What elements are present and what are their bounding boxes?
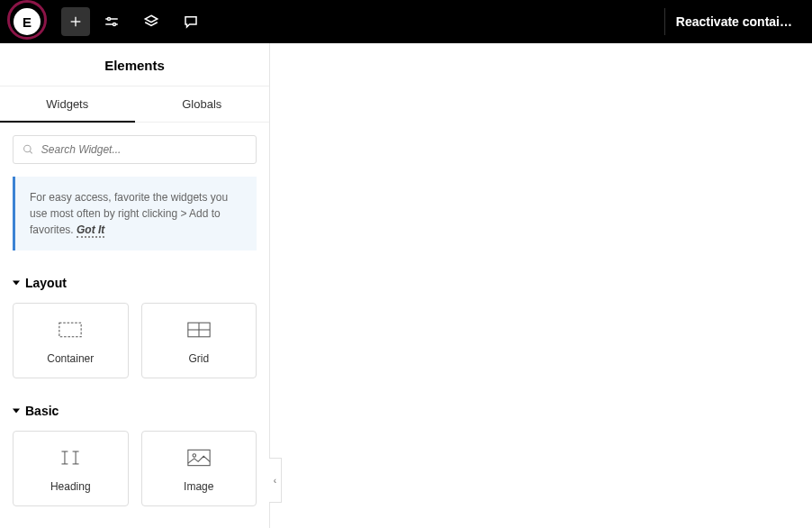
svg-rect-10 <box>59 323 81 337</box>
caret-down-icon <box>13 407 20 414</box>
svg-marker-9 <box>13 281 20 286</box>
section-title-layout: Layout <box>25 276 67 290</box>
svg-line-8 <box>30 151 32 154</box>
favorites-tip: For easy access, favorite the widgets yo… <box>13 177 257 250</box>
elements-panel: Elements Widgets Globals For easy access… <box>0 43 270 528</box>
notes-button[interactable] <box>173 4 209 40</box>
widget-container[interactable]: Container <box>13 303 129 378</box>
widget-heading[interactable]: Heading <box>13 431 129 506</box>
editor-canvas[interactable] <box>270 43 812 528</box>
layout-widgets-grid: Container Grid <box>13 303 257 378</box>
panel-title: Elements <box>0 43 269 86</box>
main-area: Elements Widgets Globals For easy access… <box>0 43 812 528</box>
svg-point-5 <box>113 23 116 26</box>
reactivate-button[interactable]: Reactivate contai… <box>664 8 803 35</box>
section-header-layout[interactable]: Layout <box>13 270 257 303</box>
svg-point-4 <box>108 18 111 21</box>
search-box[interactable] <box>13 135 257 164</box>
svg-point-22 <box>193 454 195 457</box>
svg-marker-6 <box>145 15 158 23</box>
toolbar-right: Reactivate contai… <box>664 8 803 35</box>
tip-container: For easy access, favorite the widgets yo… <box>0 177 269 263</box>
tip-text: For easy access, favorite the widgets yo… <box>30 191 228 236</box>
plus-icon <box>68 14 83 29</box>
site-settings-button[interactable] <box>94 4 130 40</box>
section-basic: Basic Heading Image <box>0 391 269 519</box>
panel-collapse-handle[interactable]: ‹ <box>269 458 282 503</box>
widget-label: Container <box>47 352 94 365</box>
search-wrap <box>0 123 269 177</box>
elementor-logo[interactable]: E <box>0 0 54 43</box>
widget-image[interactable]: Image <box>141 431 257 506</box>
logo-icon: E <box>14 8 41 35</box>
caret-down-icon <box>13 279 20 287</box>
toolbar-left: E <box>0 0 209 43</box>
tab-widgets[interactable]: Widgets <box>0 86 135 122</box>
basic-widgets-grid: Heading Image <box>13 431 257 506</box>
widget-label: Image <box>184 480 213 493</box>
comment-icon <box>183 14 199 30</box>
section-layout: Layout Container Grid <box>0 263 269 391</box>
widget-label: Grid <box>188 352 209 365</box>
top-toolbar: E Reactivate contai… <box>0 0 812 43</box>
panel-tabs: Widgets Globals <box>0 86 269 123</box>
grid-icon <box>187 320 211 340</box>
search-input[interactable] <box>41 143 247 156</box>
svg-marker-14 <box>13 409 20 414</box>
tip-got-it-link[interactable]: Got It <box>77 223 104 238</box>
section-title-basic: Basic <box>25 404 59 418</box>
widget-grid[interactable]: Grid <box>141 303 257 378</box>
section-header-basic[interactable]: Basic <box>13 398 257 431</box>
search-icon <box>23 143 34 156</box>
svg-point-7 <box>24 145 31 151</box>
tab-globals[interactable]: Globals <box>135 86 270 122</box>
heading-icon <box>59 448 82 468</box>
widget-label: Heading <box>50 480 91 493</box>
svg-rect-21 <box>188 450 210 465</box>
add-element-button[interactable] <box>61 7 90 36</box>
structure-button[interactable] <box>133 4 169 40</box>
sliders-icon <box>104 14 120 30</box>
container-icon <box>59 320 82 340</box>
image-icon <box>187 448 211 468</box>
layers-icon <box>143 14 159 30</box>
